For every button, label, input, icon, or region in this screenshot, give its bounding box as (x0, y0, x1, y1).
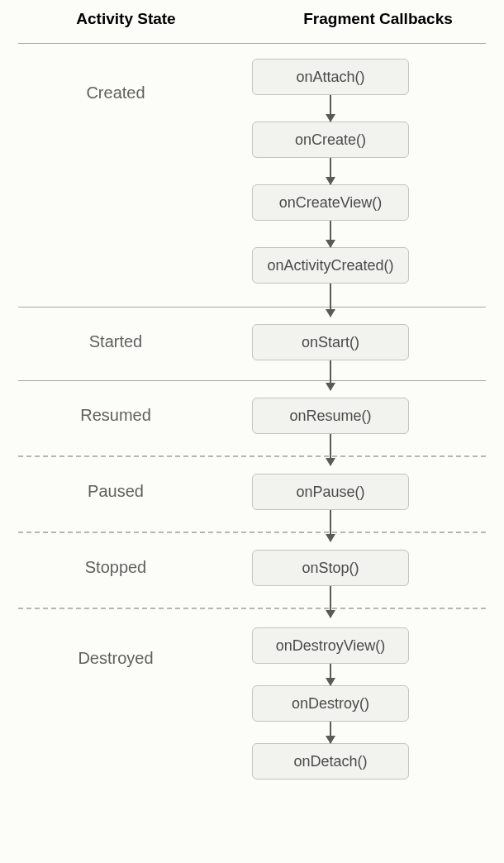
section-destroyed: Destroyed onDestroyView() onDestroy() on… (0, 609, 504, 780)
callback-ondetach: onDetach() (252, 743, 409, 780)
callbacks-col-started: onStart() (248, 308, 413, 380)
header-activity-state: Activity State (0, 10, 252, 28)
header-fragment-callbacks: Fragment Callbacks (252, 10, 504, 28)
section-created: Created onAttach() onCreate() onCreateVi… (0, 44, 504, 307)
callback-onstop: onStop() (252, 550, 409, 586)
section-resumed: Resumed onResume() (0, 381, 504, 455)
callback-ondestroy: onDestroy() (252, 685, 409, 722)
callbacks-col-stopped: onStop() (248, 533, 413, 608)
callback-onpause: onPause() (252, 474, 409, 510)
section-stopped: Stopped onStop() (0, 533, 504, 608)
section-started: Started onStart() (0, 308, 504, 380)
arrow-icon (330, 95, 331, 122)
arrow-icon (330, 158, 331, 184)
callback-oncreate: onCreate() (252, 122, 409, 158)
state-label-started: Started (0, 332, 231, 351)
section-paused: Paused onPause() (0, 457, 504, 532)
callbacks-col-destroyed: onDestroyView() onDestroy() onDetach() (248, 609, 413, 780)
callback-oncreateview: onCreateView() (252, 184, 409, 221)
callbacks-col-paused: onPause() (248, 457, 413, 532)
arrow-icon (330, 722, 331, 743)
callback-onstart: onStart() (252, 324, 409, 360)
state-label-paused: Paused (0, 482, 231, 501)
callback-onattach: onAttach() (252, 59, 409, 95)
callback-onresume: onResume() (252, 398, 409, 434)
header-row: Activity State Fragment Callbacks (0, 0, 504, 43)
arrow-icon (330, 664, 331, 685)
arrow-icon (330, 221, 331, 247)
callbacks-col-resumed: onResume() (248, 381, 413, 455)
state-label-resumed: Resumed (0, 406, 231, 425)
callbacks-col-created: onAttach() onCreate() onCreateView() onA… (248, 44, 413, 307)
callback-onactivitycreated: onActivityCreated() (252, 247, 409, 284)
state-label-destroyed: Destroyed (0, 649, 231, 668)
callback-ondestroyview: onDestroyView() (252, 627, 409, 664)
state-label-stopped: Stopped (0, 558, 231, 577)
state-label-created: Created (0, 83, 231, 103)
